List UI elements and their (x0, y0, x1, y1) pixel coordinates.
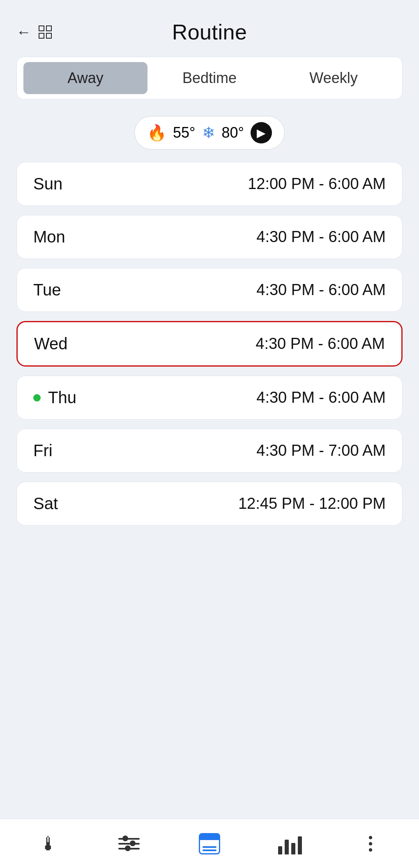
time-thu: 4:30 PM - 6:00 AM (256, 389, 386, 406)
schedule-row-wed[interactable]: Wed 4:30 PM - 6:00 AM (16, 321, 403, 367)
active-indicator-dot (33, 394, 41, 402)
temp-arrow-button[interactable]: ▶ (251, 122, 272, 143)
nav-controls[interactable] (113, 827, 145, 860)
bottom-nav: 🌡 (0, 819, 419, 868)
schedule-row-thu[interactable]: Thu 4:30 PM - 6:00 AM (16, 376, 403, 420)
time-sat: 12:45 PM - 12:00 PM (238, 495, 386, 512)
sliders-icon (118, 838, 140, 850)
cool-icon: ❄ (202, 124, 215, 142)
schedule-row-sun[interactable]: Sun 12:00 PM - 6:00 AM (16, 162, 403, 206)
day-sun: Sun (33, 175, 62, 193)
nav-more[interactable] (354, 827, 387, 860)
schedule-list: Sun 12:00 PM - 6:00 AM Mon 4:30 PM - 6:0… (0, 162, 419, 526)
time-wed: 4:30 PM - 6:00 AM (256, 335, 385, 353)
tab-away[interactable]: Away (23, 62, 147, 94)
time-sun: 12:00 PM - 6:00 AM (248, 175, 386, 193)
schedule-row-mon[interactable]: Mon 4:30 PM - 6:00 AM (16, 215, 403, 259)
schedule-row-fri[interactable]: Fri 4:30 PM - 7:00 AM (16, 429, 403, 473)
day-tue: Tue (33, 281, 61, 299)
day-thu: Thu (33, 388, 76, 407)
bar-chart-icon (278, 833, 302, 854)
day-fri: Fri (33, 441, 53, 460)
tab-bedtime[interactable]: Bedtime (147, 62, 272, 94)
grid-view-button[interactable] (39, 25, 52, 39)
temp-pill-container: 🔥 55° ❄ 80° ▶ (0, 116, 419, 150)
nav-calendar[interactable] (193, 827, 226, 860)
heat-icon: 🔥 (147, 124, 166, 142)
header: ← Routine (0, 0, 419, 53)
time-tue: 4:30 PM - 6:00 AM (256, 281, 386, 299)
time-mon: 4:30 PM - 6:00 AM (256, 228, 386, 246)
tab-weekly[interactable]: Weekly (272, 62, 396, 94)
nav-stats[interactable] (274, 827, 306, 860)
back-button[interactable]: ← (16, 23, 31, 41)
day-wed: Wed (34, 335, 68, 353)
temp-pill[interactable]: 🔥 55° ❄ 80° ▶ (134, 116, 285, 150)
more-icon (369, 836, 372, 852)
schedule-row-sat[interactable]: Sat 12:45 PM - 12:00 PM (16, 482, 403, 526)
nav-thermostat[interactable]: 🌡 (32, 827, 65, 860)
calendar-icon (199, 833, 220, 854)
thermometer-icon: 🌡 (39, 833, 58, 855)
schedule-row-tue[interactable]: Tue 4:30 PM - 6:00 AM (16, 268, 403, 312)
page-title: Routine (172, 20, 247, 44)
heat-value: 55° (173, 124, 195, 141)
day-sat: Sat (33, 494, 58, 513)
cool-value: 80° (222, 124, 244, 141)
header-left-controls: ← (16, 23, 52, 41)
day-mon: Mon (33, 228, 65, 246)
tab-bar: Away Bedtime Weekly (16, 57, 403, 99)
time-fri: 4:30 PM - 7:00 AM (256, 442, 386, 459)
